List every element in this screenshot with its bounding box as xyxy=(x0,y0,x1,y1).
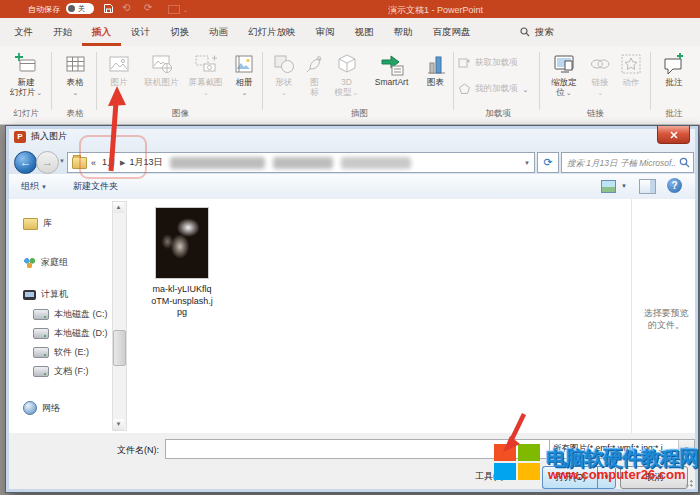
group-label-tables: 表格 xyxy=(56,108,94,120)
file-item[interactable]: ma-kl-yLIUKflq oTM-unsplash.j pg xyxy=(139,207,225,319)
tab-insert[interactable]: 插入 xyxy=(82,18,121,46)
dropdown-chevron-icon xyxy=(522,84,529,94)
chart-icon xyxy=(424,52,448,76)
tab-slideshow[interactable]: 幻灯片放映 xyxy=(238,18,306,46)
scroll-down-icon[interactable]: ▼ xyxy=(113,419,124,430)
scroll-up-icon[interactable]: ▲ xyxy=(113,202,124,213)
breadcrumb-item-month[interactable]: 1月 xyxy=(102,156,116,169)
button-label: 图片 xyxy=(111,77,128,87)
refresh-button[interactable]: ⟳ xyxy=(537,152,559,173)
resize-grip[interactable] xyxy=(685,479,693,487)
dropdown-chevron-icon xyxy=(280,87,287,97)
qat-customize-icon[interactable]: ⌄ xyxy=(183,6,188,13)
scrollbar-thumb[interactable] xyxy=(113,330,126,366)
search-box[interactable] xyxy=(561,152,694,173)
ribbon-button-icons[interactable]: 图标 xyxy=(300,50,329,106)
ribbon-search[interactable]: 搜索 xyxy=(520,18,554,46)
dropdown-chevron-icon xyxy=(597,87,604,97)
tab-animations[interactable]: 动画 xyxy=(199,18,238,46)
icons-icon xyxy=(303,52,327,76)
search-input[interactable] xyxy=(565,154,677,171)
group-divider xyxy=(650,52,651,110)
sidebar-scrollbar[interactable]: ▲ ▼ xyxy=(112,201,127,431)
tab-file[interactable]: 文件 xyxy=(4,18,43,46)
tab-baidu-netdisk[interactable]: 百度网盘 xyxy=(423,18,481,46)
smartart-icon xyxy=(380,52,404,76)
breadcrumb-item-day[interactable]: 1月13日 xyxy=(129,156,162,169)
sidebar-item-homegroup[interactable]: 家庭组 xyxy=(23,256,68,269)
library-icon xyxy=(23,218,38,230)
ribbon-button-comment[interactable]: 批注 xyxy=(655,50,693,106)
ribbon-button-picture[interactable]: 图片 xyxy=(100,50,138,106)
sidebar-item-libraries[interactable]: 库 xyxy=(23,217,52,230)
tab-transitions[interactable]: 切换 xyxy=(160,18,199,46)
sidebar-item-computer[interactable]: 计算机 xyxy=(23,288,68,301)
ribbon-button-smartart[interactable]: SmartArt xyxy=(364,50,419,106)
organize-button[interactable]: 组织▼ xyxy=(21,180,47,193)
sidebar-item-drive-d[interactable]: 本地磁盘 (D:) xyxy=(33,327,108,340)
close-button[interactable] xyxy=(657,126,690,144)
dropdown-chevron-icon xyxy=(565,87,572,97)
address-bar[interactable]: « 1月 ▶ 1月13日 ▼ xyxy=(67,152,535,173)
command-bar: 组织▼ 新建文件夹 ▼ ? xyxy=(9,174,695,200)
ribbon-button-new-slide[interactable]: 新建幻灯片 xyxy=(5,50,47,106)
autosave-state: 关 xyxy=(78,4,85,14)
get-addins-icon xyxy=(458,57,471,69)
ribbon-button-photo-album[interactable]: 相册 xyxy=(227,50,261,106)
dialog-titlebar: P 插入图片 xyxy=(14,130,67,143)
redo-icon[interactable]: ⟳ xyxy=(144,2,152,13)
3d-models-icon xyxy=(335,52,359,76)
save-icon[interactable] xyxy=(103,3,114,14)
sidebar-item-drive-f[interactable]: 文档 (F:) xyxy=(33,365,89,378)
ribbon-button-action[interactable]: 动作 xyxy=(615,50,647,106)
address-dropdown-chevron-icon[interactable]: ▼ xyxy=(524,160,530,166)
new-folder-button[interactable]: 新建文件夹 xyxy=(73,180,118,193)
redacted-path-segment xyxy=(273,157,333,169)
dropdown-chevron-icon xyxy=(72,87,79,97)
preview-pane-button[interactable] xyxy=(639,179,656,194)
group-label-images: 图像 xyxy=(100,108,261,120)
tab-help[interactable]: 帮助 xyxy=(384,18,423,46)
button-label: 形状 xyxy=(275,77,292,87)
redacted-path-segment xyxy=(341,157,411,169)
sidebar-item-drive-c[interactable]: 本地磁盘 (C:) xyxy=(33,308,108,321)
dialog-title: 插入图片 xyxy=(31,130,67,143)
tab-home[interactable]: 开始 xyxy=(43,18,82,46)
dropdown-chevron-icon: ▼ xyxy=(621,183,627,189)
help-button[interactable]: ? xyxy=(667,178,682,193)
button-label: 获取加载项 xyxy=(475,57,518,69)
ribbon-button-online-pictures[interactable]: 联机图片 xyxy=(139,50,184,106)
ribbon-button-3d-models[interactable]: 3D模型 xyxy=(329,50,364,106)
redacted-path-segment xyxy=(170,157,265,169)
powerpoint-icon: P xyxy=(14,131,26,143)
button-label: 3D xyxy=(341,77,352,87)
sidebar-item-network[interactable]: 网络 xyxy=(23,401,60,415)
qat-display-icon[interactable] xyxy=(168,5,180,14)
autosave-knob-icon xyxy=(68,5,75,12)
ribbon-button-get-addins[interactable]: 获取加载项 xyxy=(458,53,546,73)
table-icon xyxy=(63,52,87,76)
sidebar-item-drive-e[interactable]: 软件 (E:) xyxy=(33,346,89,359)
file-thumbnail[interactable] xyxy=(155,207,209,279)
ribbon-button-link[interactable]: 链接 xyxy=(586,50,614,106)
app-titlebar: 自动保存 关 ⟲ ⟳ ⌄ 演示文稿1 - PowerPoint xyxy=(0,0,700,18)
ribbon-button-table[interactable]: 表格 xyxy=(56,50,94,106)
windows-logo-blue-square xyxy=(494,463,516,480)
ribbon-button-shapes[interactable]: 形状 xyxy=(267,50,300,106)
forward-button[interactable]: → xyxy=(36,151,59,174)
undo-icon[interactable]: ⟲ xyxy=(122,2,130,13)
tab-review[interactable]: 审阅 xyxy=(306,18,345,46)
ribbon-button-chart[interactable]: 图表 xyxy=(419,50,452,106)
computer-icon xyxy=(23,290,36,300)
ribbon-button-screenshot[interactable]: 屏幕截图 xyxy=(185,50,226,106)
tab-design[interactable]: 设计 xyxy=(121,18,160,46)
back-button[interactable]: ← xyxy=(14,151,37,174)
nav-history-chevron-icon[interactable]: ▼ xyxy=(59,158,65,164)
tab-view[interactable]: 视图 xyxy=(345,18,384,46)
breadcrumb-chevron[interactable]: « xyxy=(91,158,96,168)
ribbon-button-my-addins[interactable]: 我的加载项 xyxy=(458,79,546,99)
homegroup-icon xyxy=(23,257,36,268)
ribbon-button-zoom[interactable]: 缩放定位 xyxy=(544,50,584,106)
autosave-toggle[interactable]: 关 xyxy=(66,3,94,14)
views-button[interactable]: ▼ xyxy=(601,178,629,194)
